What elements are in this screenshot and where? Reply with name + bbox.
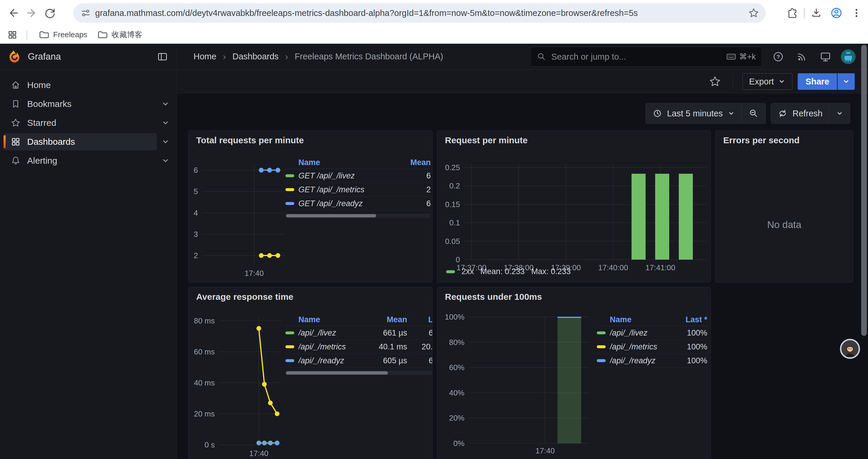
panel-title[interactable]: Requests under 100ms (445, 292, 711, 302)
back-icon (7, 7, 19, 19)
legend-table: Name Mean Las /api/_/livez 661 µs 646 (285, 314, 433, 375)
search-icon (536, 52, 547, 62)
refresh-button[interactable]: Refresh (771, 103, 829, 124)
legend-header-mean[interactable]: Mean (398, 158, 431, 167)
legend-header-name[interactable]: Name (299, 158, 398, 167)
svg-text:17:40:00: 17:40:00 (598, 263, 628, 272)
chevron-down-icon (836, 109, 843, 117)
legend-header: Name Mean Las (285, 314, 433, 326)
chart-requests-under-100ms[interactable]: 100%80%60%40%20%0%17:40 (443, 312, 610, 459)
monitor-icon (819, 51, 831, 63)
legend-scrollbar-thumb[interactable] (286, 214, 376, 218)
svg-text:80 ms: 80 ms (194, 316, 215, 325)
svg-text:6: 6 (194, 166, 198, 174)
toolbar-divider (804, 8, 805, 18)
reload-button[interactable] (41, 4, 59, 22)
favorite-star-button[interactable] (707, 73, 723, 90)
nav-icon-group: ? (770, 44, 856, 70)
panel-title[interactable]: Average response time (196, 292, 432, 302)
time-range-picker[interactable]: Last 5 minutes (646, 103, 742, 124)
time-range-group: Last 5 minutes (646, 103, 766, 124)
chevron-down-icon[interactable] (161, 119, 170, 127)
chart-total-requests[interactable]: 6543217:40 (191, 160, 289, 281)
legend-scrollbar[interactable] (285, 214, 431, 218)
bookmark-folder-blogs[interactable]: 收藏博客 (92, 27, 147, 42)
chevron-down-icon (727, 109, 735, 117)
url-bar[interactable]: grafana.mathmast.com/d/deytv4rwavabkb/fr… (73, 3, 766, 23)
sidebar-item-bookmarks[interactable]: Bookmarks (4, 95, 157, 112)
browser-menu-button[interactable] (848, 4, 865, 22)
forward-button[interactable] (23, 4, 41, 22)
sidebar-row-starred: Starred (0, 113, 176, 132)
legend-row[interactable]: /api/_/metrics 40.1 ms 20.5 r (285, 340, 433, 354)
panel-title[interactable]: Request per minute (445, 135, 711, 145)
sidebar-header: Grafana (0, 44, 176, 70)
page-scrollbar-thumb[interactable] (861, 45, 867, 336)
legend-row[interactable]: /api/_/readyz 605 µs 620 (285, 354, 433, 368)
product-title: Grafana (28, 52, 61, 62)
bookmark-folder-freeleaps[interactable]: Freeleaps (34, 27, 92, 42)
export-button[interactable]: Export (742, 73, 793, 90)
bookmark-star-icon[interactable] (748, 7, 759, 19)
sidebar-item-dashboards[interactable]: Dashboards (4, 133, 157, 150)
reload-icon (44, 7, 56, 19)
breadcrumb-separator: › (223, 52, 226, 62)
chevron-down-icon[interactable] (161, 156, 170, 165)
breadcrumb-dashboards[interactable]: Dashboards (232, 52, 279, 61)
panel-title[interactable]: Total requests per minute (196, 135, 432, 145)
legend-header-last[interactable]: Last * (674, 315, 707, 324)
legend-row[interactable]: GET /api/_/readyz 6 (285, 197, 431, 210)
chart-average-response-time[interactable]: 80 ms60 ms40 ms20 ms0 s17:40 (191, 312, 284, 459)
sidebar-item-alerting[interactable]: Alerting (4, 152, 157, 169)
sidebar-item-starred[interactable]: Starred (4, 114, 157, 131)
legend-row[interactable]: GET /api/_/livez 6 (285, 169, 431, 183)
svg-text:0.25: 0.25 (445, 163, 460, 172)
site-info-icon[interactable] (80, 8, 91, 18)
extensions-button[interactable] (784, 4, 801, 22)
legend-header-name[interactable]: Name (299, 315, 371, 324)
legend-inline[interactable]: 2xx Mean: 0.233 Max: 0.233 (446, 267, 571, 276)
profile-button[interactable] (828, 4, 845, 22)
legend-header-mean[interactable]: Mean (371, 315, 407, 324)
monitor-button[interactable] (817, 48, 834, 65)
assistant-avatar[interactable] (840, 339, 860, 359)
keyboard-icon (726, 52, 736, 62)
grafana-app: Grafana Home Bookmarks (0, 44, 868, 459)
legend-scrollbar[interactable] (285, 371, 433, 375)
legend-series-last: 20.5 r (407, 342, 433, 352)
legend-row[interactable]: /api/_/livez 661 µs 646 (285, 326, 433, 340)
help-button[interactable]: ? (770, 48, 786, 65)
legend-row[interactable]: /api/_/readyz 100% (597, 354, 707, 368)
panel-title[interactable]: Errors per second (723, 135, 853, 145)
legend-row[interactable]: /api/_/livez 100% (597, 326, 707, 340)
chart-request-per-minute[interactable]: 0.250.20.150.10.05017:37:0017:38:0017:39… (443, 160, 711, 283)
back-button[interactable] (4, 4, 23, 22)
legend-row[interactable]: GET /api/_/metrics 2 (285, 183, 431, 197)
legend-header-last[interactable]: Las (407, 315, 433, 324)
sidebar-item-home[interactable]: Home (4, 76, 170, 94)
legend-series-mean: 605 µs (371, 356, 407, 365)
svg-text:17:40: 17:40 (536, 446, 555, 455)
svg-text:17:40: 17:40 (249, 449, 268, 458)
apps-grid-button[interactable] (5, 27, 20, 42)
legend-row[interactable]: /api/_/metrics 100% (597, 340, 707, 354)
grafana-logo (8, 50, 21, 64)
legend-scrollbar-thumb[interactable] (286, 371, 388, 374)
download-button[interactable] (808, 4, 825, 22)
share-menu-button[interactable] (838, 73, 855, 90)
svg-text:20 ms: 20 ms (194, 409, 215, 418)
chevron-down-icon[interactable] (161, 137, 170, 146)
legend-table: Name Mean GET /api/_/livez 6 GET /api/_/… (285, 157, 431, 218)
news-button[interactable] (794, 48, 810, 65)
breadcrumb-home[interactable]: Home (193, 52, 216, 61)
page-scrollbar[interactable] (861, 45, 867, 458)
refresh-interval-button[interactable] (829, 103, 850, 124)
zoom-out-button[interactable] (742, 103, 766, 124)
share-button[interactable]: Share (798, 73, 837, 90)
search-input[interactable]: Search or jump to... ⌘+k (530, 47, 762, 67)
sidebar-toggle-button[interactable] (155, 49, 170, 64)
legend-header-name[interactable]: Name (610, 315, 674, 324)
user-avatar[interactable] (841, 49, 856, 64)
folder-icon (97, 30, 107, 40)
chevron-down-icon[interactable] (161, 100, 170, 108)
